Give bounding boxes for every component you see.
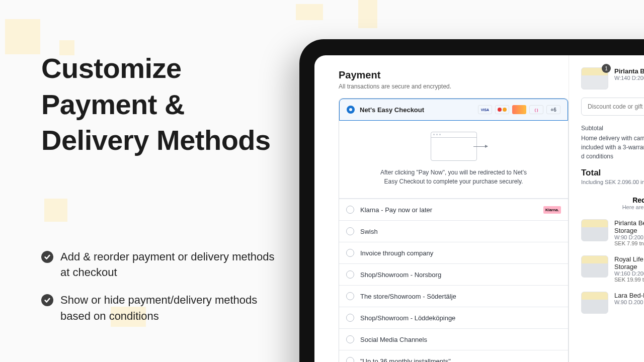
product-name: Royal Life Be (614, 255, 644, 263)
feature-bullet: Add & reorder payment or delivery method… (41, 249, 278, 280)
product-price: SEK 19.99 tn (614, 277, 644, 283)
discount-input[interactable] (581, 98, 644, 116)
subtotal-label: Subtotal (581, 125, 644, 132)
product-thumbnail (581, 219, 608, 241)
visa-icon: VISA (478, 105, 492, 114)
section-title: Payment (339, 69, 569, 81)
card-icon: ( ) (529, 105, 543, 114)
tax-note: Including SEK 2.096.00 in ta (581, 179, 644, 185)
recs-title: Rec (581, 196, 644, 204)
klarna-icon: Klarna. (543, 206, 561, 214)
radio-icon (346, 206, 354, 214)
product-dimensions: W:90 D:200 H: (614, 234, 644, 240)
headline: Customize Payment & Delivery Methods (41, 50, 278, 158)
check-icon (41, 251, 53, 263)
payment-method-label: The store/Showroom - Södertälje (360, 293, 561, 300)
more-cards-count: +6 (546, 105, 560, 114)
payment-method-option[interactable]: Swish (339, 220, 568, 242)
check-icon (41, 294, 53, 306)
tablet-screen: Payment All transactions are secure and … (314, 55, 644, 362)
product-name: Pirlanta Bed (614, 219, 644, 227)
recommendations-header: Rec Here are som (581, 196, 644, 210)
product-variant: Storage (614, 227, 644, 234)
recommended-product[interactable]: Pirlanta Bed Storage W:90 D:200 H: SEK 7… (581, 219, 644, 246)
accepted-cards: VISA ( ) +6 (478, 105, 560, 114)
payment-method-selected[interactable]: Net's Easy Checkout VISA ( ) +6 (339, 99, 568, 121)
radio-icon (346, 335, 354, 343)
payment-method-option[interactable]: Klarna - Pay now or later Klarna. (339, 199, 568, 220)
payment-method-label: Shop/Showroom - Norsborg (360, 271, 561, 279)
payment-method-label: Invoice through company (360, 249, 561, 257)
bullet-text: Show or hide payment/delivery methods ba… (60, 292, 278, 323)
payment-methods-list: Net's Easy Checkout VISA ( ) +6 After cl (339, 98, 569, 362)
product-name: Pirlanta Bed-He (614, 67, 644, 75)
product-price: SEK 7.99 tn (614, 240, 644, 246)
payment-method-option[interactable]: Shop/Showroom - Norsborg (339, 263, 568, 285)
redirect-notice: After clicking "Pay Now", you will be re… (339, 121, 568, 199)
recommended-product[interactable]: Royal Life Be Storage W:160 D:200 / SEK … (581, 255, 644, 283)
product-dimensions: W:160 D:200 / (614, 270, 644, 277)
payment-method-option[interactable]: The store/Showroom - Södertälje (339, 285, 568, 307)
checkout-main: Payment All transactions are secure and … (314, 55, 569, 362)
marketing-panel: Customize Payment & Delivery Methods Add… (41, 50, 278, 336)
product-thumbnail (581, 292, 608, 314)
radio-icon (346, 292, 354, 300)
radio-icon (346, 314, 354, 322)
payment-method-label: Net's Easy Checkout (360, 106, 473, 114)
headline-line: Delivery Methods (41, 124, 271, 156)
radio-icon (346, 357, 354, 362)
quantity-badge: 1 (602, 64, 611, 73)
shipping-note: Home delivery with carry-in assembly inc… (581, 134, 644, 161)
payment-method-label: Swish (360, 228, 561, 235)
tablet-bezel: Payment All transactions are secure and … (299, 39, 644, 362)
radio-icon (346, 227, 354, 235)
payment-method-option[interactable]: Shop/Showroom - Löddeköpinge (339, 307, 568, 328)
payment-method-label: "Up to 36 monthly installments" (360, 357, 561, 363)
mastercard-icon (495, 105, 509, 114)
payment-method-label: Shop/Showroom - Löddeköpinge (360, 314, 561, 322)
radio-selected-icon (347, 106, 355, 114)
radio-icon (346, 249, 354, 257)
product-dimensions: W.90 D.200 / (614, 299, 644, 305)
product-thumbnail (581, 255, 608, 278)
payment-method-option[interactable]: Invoice through company (339, 242, 568, 263)
product-dimensions: W:140 D:200 H:37 (614, 75, 644, 81)
feature-bullet: Show or hide payment/delivery methods ba… (41, 292, 278, 323)
product-thumbnail: 1 (581, 67, 608, 89)
product-name: Lara Bed-He (614, 292, 644, 299)
card-icon (512, 105, 526, 114)
headline-line: Customize (41, 52, 182, 84)
bullet-text: Add & reorder payment or delivery method… (60, 249, 278, 280)
order-summary: 1 Pirlanta Bed-He W:140 D:200 H:37 Subto… (569, 55, 644, 362)
payment-method-label: Social Media Channels (360, 336, 561, 343)
product-variant: Storage (614, 263, 644, 270)
recs-subtitle: Here are som (581, 204, 644, 210)
payment-method-option[interactable]: Social Media Channels (339, 328, 568, 350)
payment-method-label: Klarna - Pay now or later (360, 206, 537, 214)
browser-redirect-icon (431, 132, 477, 161)
redirect-text: After clicking "Pay Now", you will be re… (373, 168, 534, 186)
section-subtitle: All transactions are secure and encrypte… (339, 83, 569, 90)
radio-icon (346, 270, 354, 279)
cart-item: 1 Pirlanta Bed-He W:140 D:200 H:37 (581, 67, 644, 89)
total-label: Total (581, 168, 644, 178)
headline-line: Payment & (41, 88, 185, 120)
payment-method-option[interactable]: "Up to 36 monthly installments" (339, 350, 568, 362)
recommended-product[interactable]: Lara Bed-He W.90 D.200 / (581, 292, 644, 314)
